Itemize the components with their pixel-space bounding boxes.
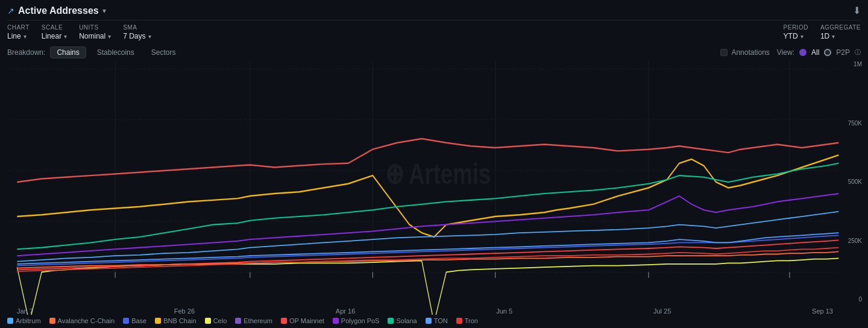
controls-row: CHART Line ▾ SCALE Linear ▾ UNITS Nomina…	[7, 20, 861, 44]
legend-polygon: Polygon PoS	[333, 317, 380, 324]
polygon-label: Polygon PoS	[341, 317, 380, 324]
y-label-750k: 750K	[848, 120, 862, 127]
breakdown-row: Breakdown: Chains Stablecoins Sectors An…	[7, 44, 861, 61]
annotations-area: Annotations	[720, 48, 769, 57]
avalanche-color	[49, 318, 55, 324]
base-color	[123, 318, 129, 324]
y-label-250k: 250K	[848, 238, 862, 244]
celo-label: Celo	[213, 317, 227, 324]
sma-control: SMA 7 Days ▾	[123, 24, 151, 40]
units-label: UNITS	[79, 24, 111, 31]
y-label-1m: 1M	[854, 61, 862, 68]
scale-label: SCALE	[42, 24, 67, 31]
period-value: YTD	[784, 32, 798, 40]
legend-avalanche: Avalanche C-Chain	[49, 317, 115, 324]
y-label-500k: 500K	[848, 178, 862, 185]
arbitrum-label: Arbitrum	[16, 317, 41, 324]
x-label-feb26: Feb 26	[174, 308, 195, 315]
sma-label: SMA	[123, 24, 151, 31]
view-label: View:	[777, 48, 794, 57]
legend-arbitrum: Arbitrum	[7, 317, 41, 324]
header-row: ↗ Active Addresses ▾ ⬇	[7, 5, 861, 20]
view-all-radio[interactable]	[799, 49, 807, 56]
op-label: OP Mainnet	[289, 317, 324, 324]
period-label: PERIOD	[784, 24, 808, 31]
period-aggregate-area: PERIOD YTD ▾ AGGREGATE 1D ▾	[784, 24, 861, 40]
breakdown-right: Annotations View: All P2P ⓘ	[720, 48, 861, 57]
x-axis-labels: Jan 7 Feb 26 Apr 16 Jun 5 Jul 25 Sep 13	[17, 308, 833, 315]
chart-chevron-icon: ▾	[24, 33, 27, 40]
aggregate-control: AGGREGATE 1D ▾	[820, 24, 861, 40]
units-select[interactable]: Nominal ▾	[79, 32, 111, 40]
annotations-label: Annotations	[731, 48, 769, 57]
chart-select[interactable]: Line ▾	[7, 32, 30, 40]
chart-control: CHART Line ▾	[7, 24, 30, 40]
aggregate-value: 1D	[820, 32, 829, 40]
scale-chevron-icon: ▾	[64, 33, 67, 40]
view-all-label[interactable]: All	[811, 48, 819, 57]
scale-control: SCALE Linear ▾	[42, 24, 67, 40]
download-button[interactable]: ⬇	[853, 5, 861, 16]
breakdown-label: Breakdown:	[7, 48, 45, 57]
bnb-label: BNB Chain	[163, 317, 196, 324]
chart-label: CHART	[7, 24, 30, 31]
period-chevron-icon: ▾	[800, 33, 804, 40]
sma-select[interactable]: 7 Days ▾	[123, 32, 151, 40]
title-chevron-icon: ▾	[102, 7, 106, 15]
base-label: Base	[131, 317, 146, 324]
title-area[interactable]: ↗ Active Addresses ▾	[7, 5, 106, 16]
breakdown-chains-button[interactable]: Chains	[50, 46, 86, 58]
legend-row: Arbitrum Avalanche C-Chain Base BNB Chai…	[7, 315, 861, 326]
chart-icon: ↗	[7, 6, 14, 16]
units-control: UNITS Nominal ▾	[79, 24, 111, 40]
sma-value: 7 Days	[123, 32, 145, 40]
legend-ethereum: Ethereum	[235, 317, 272, 324]
view-area: View: All P2P ⓘ	[777, 48, 861, 57]
units-chevron-icon: ▾	[108, 33, 111, 40]
aggregate-label: AGGREGATE	[820, 24, 861, 31]
page-title: Active Addresses	[18, 5, 99, 16]
legend-base: Base	[123, 317, 146, 324]
scale-select[interactable]: Linear ▾	[42, 32, 67, 40]
legend-bnb: BNB Chain	[155, 317, 196, 324]
legend-op: OP Mainnet	[281, 317, 324, 324]
legend-ton: TON	[426, 317, 448, 324]
aggregate-select[interactable]: 1D ▾	[820, 32, 861, 40]
annotations-checkbox[interactable]	[720, 49, 728, 56]
x-label-sep13: Sep 13	[812, 308, 833, 315]
ton-color	[426, 318, 432, 324]
y-axis-labels: 1M 750K 500K 250K 0	[839, 61, 863, 303]
x-label-jan7: Jan 7	[17, 308, 33, 315]
legend-tron: Tron	[456, 317, 478, 324]
period-select[interactable]: YTD ▾	[784, 32, 808, 40]
scale-value: Linear	[42, 32, 61, 40]
p2p-info-icon[interactable]: ⓘ	[855, 48, 861, 57]
svg-text:⊕ Artemis: ⊕ Artemis	[385, 157, 491, 190]
x-label-jun5: Jun 5	[496, 308, 512, 315]
x-label-apr16: Apr 16	[336, 308, 355, 315]
op-color	[281, 318, 287, 324]
solana-label: Solana	[396, 317, 417, 324]
ton-label: TON	[434, 317, 448, 324]
celo-color	[205, 318, 211, 324]
breakdown-stablecoins-button[interactable]: Stablecoins	[91, 47, 140, 58]
chart-value: Line	[7, 32, 21, 40]
aggregate-chevron-icon: ▾	[832, 33, 835, 40]
chart-svg: ⊕ Artemis	[5, 61, 863, 315]
period-control: PERIOD YTD ▾	[784, 24, 808, 40]
main-container: ↗ Active Addresses ▾ ⬇ CHART Line ▾ SCAL…	[0, 0, 868, 328]
legend-solana: Solana	[388, 317, 417, 324]
tron-color	[456, 318, 462, 324]
view-p2p-radio[interactable]	[824, 49, 831, 56]
avalanche-label: Avalanche C-Chain	[58, 317, 115, 324]
tron-label: Tron	[465, 317, 478, 324]
ethereum-color	[235, 318, 241, 324]
x-label-jul25: Jul 25	[653, 308, 671, 315]
ethereum-label: Ethereum	[244, 317, 272, 324]
bnb-color	[155, 318, 161, 324]
breakdown-sectors-button[interactable]: Sectors	[145, 47, 182, 58]
chart-area: ⊕ Artemis 1M 750K 500K 250K 0 Jan 7 Feb …	[5, 61, 863, 315]
view-p2p-label[interactable]: P2P	[836, 48, 850, 57]
solana-color	[388, 318, 394, 324]
sma-chevron-icon: ▾	[148, 33, 151, 40]
